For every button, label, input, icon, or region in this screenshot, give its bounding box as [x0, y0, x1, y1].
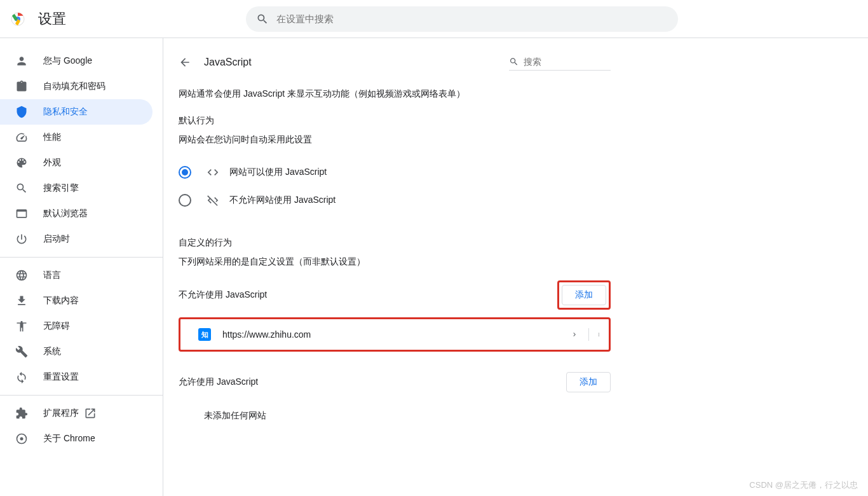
sidebar-item-wrench[interactable]: 系统 — [0, 339, 153, 364]
sidebar-item-power[interactable]: 启动时 — [0, 226, 153, 252]
chrome-logo-icon — [10, 11, 25, 27]
search-icon — [15, 182, 28, 195]
more-vert-icon[interactable] — [588, 328, 601, 341]
sidebar-item-accessibility[interactable]: 无障碍 — [0, 313, 153, 339]
content-area: JavaScript 网站通常会使用 JavaScript 来显示互动功能（例如… — [163, 38, 868, 496]
sidebar-item-label: 重置设置 — [43, 371, 79, 383]
app-title: 设置 — [38, 10, 66, 29]
settings-search-input[interactable] — [276, 13, 668, 24]
sidebar-item-label: 扩展程序 — [43, 408, 79, 419]
speed-icon — [15, 131, 28, 144]
radio-block-js[interactable]: 不允许网站使用 JavaScript — [179, 186, 611, 214]
page-search[interactable] — [509, 53, 611, 71]
open-external-icon — [84, 407, 97, 420]
wrench-icon — [15, 345, 28, 358]
browser-icon — [15, 207, 28, 220]
sidebar-item-label: 无障碍 — [43, 320, 70, 332]
sidebar-item-label: 外观 — [43, 157, 61, 169]
block-list-title: 不允许使用 JavaScript — [179, 289, 267, 301]
chevron-right-icon[interactable] — [571, 331, 578, 338]
settings-search[interactable] — [246, 6, 678, 32]
sidebar-item-label: 语言 — [43, 270, 61, 281]
code-icon — [207, 166, 219, 179]
sidebar-item-shield[interactable]: 隐私和安全 — [0, 99, 153, 125]
sidebar-item-label: 启动时 — [43, 233, 70, 245]
custom-behavior-title: 自定义的行为 — [179, 237, 611, 249]
site-url: https://www.zhihu.com — [222, 329, 571, 340]
sidebar-item-globe[interactable]: 语言 — [0, 263, 153, 288]
search-icon — [509, 56, 519, 67]
sidebar-item-search[interactable]: 搜索引擎 — [0, 176, 153, 201]
allow-list-empty: 未添加任何网站 — [179, 400, 611, 427]
sidebar-item-person[interactable]: 您与 Google — [0, 48, 153, 74]
power-icon — [15, 233, 28, 245]
watermark-text: CSDN @居之无倦，行之以忠 — [749, 479, 858, 491]
radio-block-label: 不允许网站使用 JavaScript — [229, 195, 336, 206]
highlight-box: 添加 — [557, 280, 611, 310]
sidebar-item-chrome[interactable]: 关于 Chrome — [0, 426, 153, 451]
sidebar-item-speed[interactable]: 性能 — [0, 125, 153, 150]
sidebar-item-clipboard[interactable]: 自动填充和密码 — [0, 74, 153, 99]
sidebar-item-label: 搜索引擎 — [43, 183, 79, 194]
puzzle-icon — [15, 407, 28, 420]
back-arrow-icon[interactable] — [179, 56, 191, 69]
radio-button[interactable] — [179, 194, 191, 207]
globe-icon — [15, 269, 28, 282]
sidebar-item-browser[interactable]: 默认浏览器 — [0, 201, 153, 226]
default-behavior-desc: 网站会在您访问时自动采用此设置 — [179, 134, 611, 146]
sidebar-item-label: 性能 — [43, 132, 61, 143]
person-icon — [15, 55, 28, 67]
sidebar-item-label: 关于 Chrome — [43, 433, 95, 444]
allow-list-title: 允许使用 JavaScript — [179, 376, 258, 388]
clipboard-icon — [15, 80, 28, 93]
svg-point-4 — [599, 333, 599, 333]
accessibility-icon — [15, 320, 28, 333]
highlight-box: 知 https://www.zhihu.com — [179, 317, 611, 352]
add-allow-site-button[interactable]: 添加 — [566, 372, 611, 392]
chrome-icon — [15, 432, 28, 445]
sidebar-item-puzzle[interactable]: 扩展程序 — [0, 401, 153, 426]
page-description: 网站通常会使用 JavaScript 来显示互动功能（例如视频游戏或网络表单） — [179, 88, 611, 100]
page-search-input[interactable] — [524, 57, 611, 67]
add-block-site-button[interactable]: 添加 — [562, 285, 606, 305]
palette-icon — [15, 156, 28, 169]
download-icon — [15, 294, 28, 307]
radio-allow-js[interactable]: 网站可以使用 JavaScript — [179, 158, 611, 186]
svg-point-3 — [20, 437, 24, 441]
sidebar-item-label: 下载内容 — [43, 295, 79, 307]
sidebar-item-label: 自动填充和密码 — [43, 81, 105, 92]
sidebar-item-download[interactable]: 下载内容 — [0, 288, 153, 313]
sidebar-item-label: 默认浏览器 — [43, 208, 88, 219]
custom-behavior-desc: 下列网站采用的是自定义设置（而非默认设置） — [179, 256, 611, 268]
sidebar-item-label: 您与 Google — [43, 55, 92, 67]
page-title: JavaScript — [204, 57, 509, 68]
search-icon — [256, 13, 269, 25]
app-header: 设置 — [0, 0, 868, 38]
sidebar-item-reset[interactable]: 重置设置 — [0, 364, 153, 390]
sidebar-item-palette[interactable]: 外观 — [0, 150, 153, 176]
svg-point-5 — [599, 334, 599, 334]
reset-icon — [15, 371, 28, 383]
default-behavior-title: 默认行为 — [179, 115, 611, 127]
sidebar: 您与 Google自动填充和密码隐私和安全性能外观搜索引擎默认浏览器启动时语言下… — [0, 38, 163, 496]
sidebar-item-label: 系统 — [43, 346, 61, 357]
sidebar-item-label: 隐私和安全 — [43, 106, 88, 118]
blocked-site-row[interactable]: 知 https://www.zhihu.com — [180, 322, 609, 347]
radio-allow-label: 网站可以使用 JavaScript — [229, 167, 327, 178]
code-off-icon — [207, 194, 219, 207]
site-favicon: 知 — [198, 328, 211, 341]
svg-point-6 — [599, 335, 599, 336]
shield-icon — [15, 106, 28, 118]
radio-button-checked[interactable] — [179, 166, 191, 179]
